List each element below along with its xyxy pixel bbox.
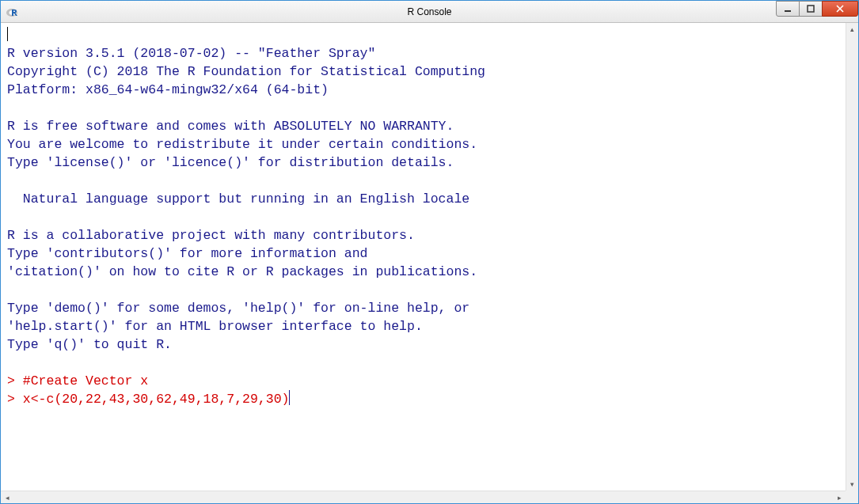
r-console-window: R Console R version 3.5.1 (2018-07-02) -… <box>0 0 859 504</box>
startup-line-9: Natural language support but running in … <box>7 191 469 207</box>
titlebar[interactable]: R Console <box>1 1 858 23</box>
startup-line-15: Type 'demo()' for some demos, 'help()' f… <box>7 301 469 316</box>
maximize-button[interactable] <box>799 1 823 17</box>
startup-line-3: Platform: x86_64-w64-mingw32/x64 (64-bit… <box>7 82 329 97</box>
startup-line-2: Copyright (C) 2018 The R Foundation for … <box>7 64 485 79</box>
startup-line-5: R is free software and comes with ABSOLU… <box>7 119 454 134</box>
text-cursor <box>289 390 290 405</box>
vertical-scrollbar[interactable]: ▴ ▾ <box>846 23 858 491</box>
horizontal-scrollbar[interactable]: ◂ ▸ <box>1 491 846 503</box>
scrollbar-corner <box>846 491 858 503</box>
text-cursor-top <box>7 27 8 41</box>
window-title: R Console <box>407 6 451 17</box>
startup-line-7: Type 'license()' or 'licence()' for dist… <box>7 155 454 170</box>
r-app-icon <box>6 6 18 18</box>
startup-line-12: Type 'contributors()' for more informati… <box>7 246 367 261</box>
window-controls <box>777 1 858 17</box>
scroll-down-icon[interactable]: ▾ <box>846 478 858 491</box>
scroll-left-icon[interactable]: ◂ <box>1 491 13 503</box>
scroll-up-icon[interactable]: ▴ <box>846 23 858 36</box>
svg-rect-2 <box>785 10 791 12</box>
input-line-0: > #Create Vector x <box>7 373 148 388</box>
scroll-right-icon[interactable]: ▸ <box>833 491 846 503</box>
input-line-1: > x<-c(20,22,43,30,62,49,18,7,29,30) <box>7 392 289 407</box>
startup-line-17: Type 'q()' to quit R. <box>7 337 172 352</box>
minimize-button[interactable] <box>776 1 800 17</box>
startup-line-13: 'citation()' on how to cite R or R packa… <box>7 264 477 279</box>
console-output[interactable]: R version 3.5.1 (2018-07-02) -- "Feather… <box>1 23 846 491</box>
startup-line-6: You are welcome to redistribute it under… <box>7 137 477 152</box>
startup-line-11: R is a collaborative project with many c… <box>7 228 415 243</box>
svg-rect-3 <box>808 6 814 12</box>
startup-line-1: R version 3.5.1 (2018-07-02) -- "Feather… <box>7 46 375 61</box>
content-area: R version 3.5.1 (2018-07-02) -- "Feather… <box>1 23 858 503</box>
close-button[interactable] <box>822 1 858 17</box>
startup-line-16: 'help.start()' for an HTML browser inter… <box>7 319 423 334</box>
